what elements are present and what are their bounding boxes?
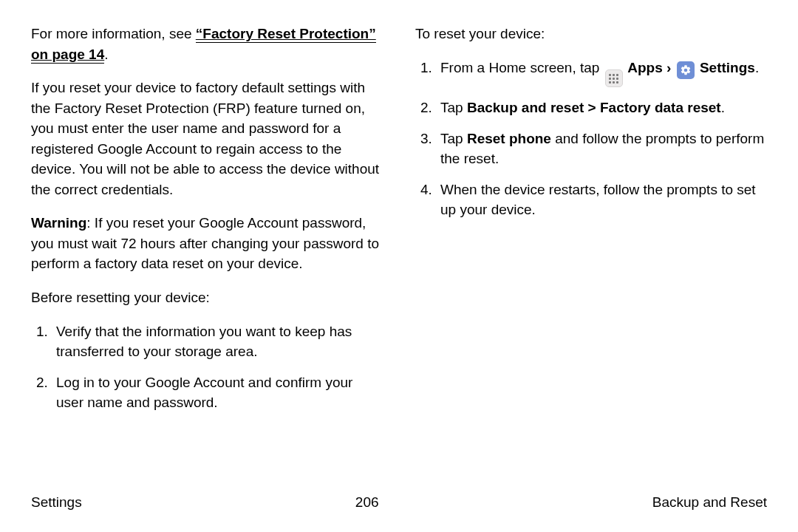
warning-label: Warning [31, 215, 86, 231]
step-separator: › [663, 60, 675, 75]
right-column: To reset your device: From a Home screen… [415, 24, 767, 482]
toreset-heading: To reset your device: [415, 24, 767, 44]
step2-c: > [584, 100, 600, 115]
step2-d: Factory data reset [600, 100, 721, 115]
left-column: For more information, see “Factory Reset… [31, 24, 383, 482]
step2-b: Backup and reset [467, 100, 584, 115]
frp-body: If you reset your device to factory defa… [31, 78, 383, 200]
before-list: Verify that the information you want to … [31, 321, 383, 413]
step3-a: Tap [440, 131, 467, 146]
toreset-list: From a Home screen, tap Apps › Settings.… [415, 58, 767, 220]
settings-icon [677, 61, 695, 79]
before-heading: Before resetting your device: [31, 287, 383, 308]
footer-left: Settings [31, 492, 82, 513]
step3-b: Reset phone [467, 131, 551, 146]
step1-text-a: From a Home screen, tap [440, 60, 604, 75]
intro-suffix: . [104, 47, 108, 62]
list-item: Verify that the information you want to … [52, 321, 383, 362]
footer-page-number: 206 [355, 492, 379, 513]
page-footer: Settings 206 Backup and Reset [31, 492, 767, 513]
apps-label: Apps [624, 60, 663, 75]
intro-text: For more information, see [31, 26, 196, 41]
settings-label: Settings [696, 60, 755, 75]
intro-paragraph: For more information, see “Factory Reset… [31, 24, 383, 64]
two-column-layout: For more information, see “Factory Reset… [31, 24, 767, 482]
step1-end: . [755, 60, 759, 75]
list-item: Log in to your Google Account and confir… [52, 372, 383, 413]
list-item: When the device restarts, follow the pro… [436, 180, 767, 220]
warning-paragraph: Warning: If you reset your Google Accoun… [31, 213, 383, 274]
list-item: Tap Reset phone and follow the prompts t… [436, 129, 767, 169]
apps-icon [605, 69, 623, 87]
step2-a: Tap [440, 100, 467, 115]
list-item: Tap Backup and reset > Factory data rese… [436, 98, 767, 118]
footer-right: Backup and Reset [652, 492, 767, 513]
step2-e: . [721, 100, 725, 115]
list-item: From a Home screen, tap Apps › Settings. [436, 58, 767, 88]
